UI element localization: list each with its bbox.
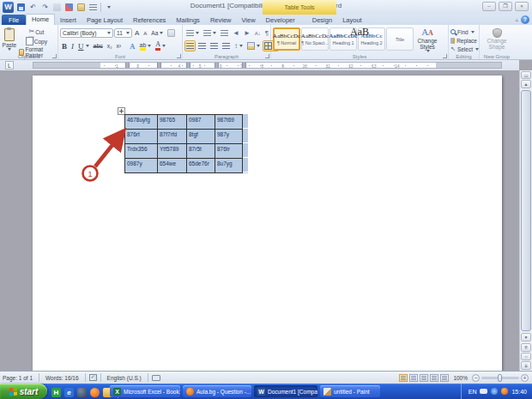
change-styles-button[interactable]: AA Change Styles <box>414 26 440 52</box>
multilevel-list-button[interactable] <box>219 27 230 39</box>
text-effects-button[interactable]: A <box>128 40 137 51</box>
table-cell[interactable]: 0987y <box>125 159 158 173</box>
tab-review[interactable]: Review <box>205 15 237 25</box>
draft-view-button[interactable] <box>440 374 449 382</box>
tab-view[interactable]: View <box>236 15 260 25</box>
show-hide-pilcrow-button[interactable]: ¶ <box>263 27 270 39</box>
firefox-tray-icon[interactable] <box>501 388 508 395</box>
clear-formatting-button[interactable] <box>166 27 177 39</box>
line-spacing-button[interactable]: ↕ <box>233 40 245 51</box>
next-page-button[interactable]: ⇊ <box>521 361 531 370</box>
redo-button[interactable]: ↷ <box>40 3 50 12</box>
italic-button[interactable]: I <box>70 40 76 51</box>
table-cell[interactable]: 87r5t <box>187 144 215 159</box>
help-icon[interactable]: ? <box>521 15 529 24</box>
align-right-button[interactable] <box>209 40 220 51</box>
find-button[interactable]: Find <box>450 27 477 36</box>
zoom-slider[interactable] <box>481 377 519 379</box>
undo-button[interactable]: ↶ <box>28 3 38 12</box>
outline-view-button[interactable] <box>430 374 438 382</box>
start-button[interactable]: start <box>0 384 47 399</box>
underline-button[interactable]: U <box>76 40 91 51</box>
qat-custom-icon-2[interactable] <box>64 3 74 12</box>
zoom-level[interactable]: 100% <box>450 375 470 381</box>
taskbar-button-browser[interactable]: Aula.bg - Question -... <box>183 385 251 397</box>
print-layout-view-button[interactable] <box>399 374 408 382</box>
style-heading-1[interactable]: AaBbCcDc Heading 1 <box>329 27 357 51</box>
firefox-icon[interactable] <box>90 388 100 397</box>
clipboard-dialog-launcher-icon[interactable] <box>52 54 57 58</box>
font-family-combo[interactable]: Calibri (Body) <box>60 28 113 38</box>
sort-button[interactable]: A↓ <box>253 27 263 39</box>
increase-indent-button[interactable]: ► <box>242 27 252 39</box>
change-shape-button[interactable]: Change Shape <box>481 27 512 50</box>
table-column-marker[interactable] <box>157 63 161 68</box>
tab-home[interactable]: Home <box>26 14 55 25</box>
browse-object-button[interactable]: ○ <box>521 353 531 360</box>
paragraph-dialog-launcher-icon[interactable] <box>265 54 269 58</box>
table-cell[interactable]: 98765 <box>158 115 187 130</box>
fullscreen-reading-view-button[interactable] <box>409 374 418 382</box>
collapse-ribbon-icon[interactable]: ▵ <box>515 16 518 23</box>
zoom-in-button[interactable]: + <box>521 374 529 382</box>
shading-button[interactable] <box>245 40 262 51</box>
style-no-spacing[interactable]: AaBbCcDc ¶ No Spaci... <box>301 27 329 51</box>
globe-icon[interactable] <box>77 388 87 397</box>
taskbar-button-paint[interactable]: untitled - Paint <box>320 385 380 397</box>
table-cell[interactable]: 876tr <box>215 144 243 159</box>
align-left-button[interactable] <box>184 40 196 51</box>
table-cell[interactable]: 987t69 <box>215 115 243 130</box>
page-indicator[interactable]: Page: 1 of 1 <box>0 375 35 381</box>
minimize-button[interactable]: – <box>482 2 496 11</box>
tab-page-layout[interactable]: Page Layout <box>82 15 128 25</box>
align-center-button[interactable] <box>196 40 208 51</box>
tab-design[interactable]: Design <box>307 15 337 25</box>
table-cell[interactable]: 654we <box>158 159 187 173</box>
tab-references[interactable]: References <box>128 15 171 25</box>
scrollbar-thumb[interactable] <box>521 90 531 331</box>
scroll-down-icon[interactable]: ▼ <box>521 333 531 342</box>
spellcheck-icon[interactable] <box>89 374 97 381</box>
table-column-marker[interactable] <box>186 63 190 68</box>
strikethrough-button[interactable]: abc <box>92 40 105 51</box>
word-count[interactable]: Words: 16/16 <box>43 375 82 381</box>
messenger-tray-icon[interactable] <box>491 388 498 395</box>
style-title[interactable]: AaB Title <box>386 27 414 51</box>
styles-dialog-launcher-icon[interactable] <box>443 54 447 58</box>
numbering-button[interactable] <box>202 27 218 39</box>
taskbar-button-excel[interactable]: X Microsoft Excel - Book1 <box>110 385 180 397</box>
language-indicator[interactable]: English (U.S.) <box>105 375 144 381</box>
tab-insert[interactable]: Insert <box>55 15 82 25</box>
table-column-marker[interactable] <box>215 63 219 68</box>
zoom-out-button[interactable]: − <box>472 374 480 382</box>
font-dialog-launcher-icon[interactable] <box>177 54 181 58</box>
subscript-button[interactable]: x₂ <box>106 40 114 51</box>
table-cell[interactable]: 4678uyfg <box>125 115 158 130</box>
document-page[interactable]: 4678uyfg 98765 0987 987t69 876rt 87f7rfd… <box>33 76 502 371</box>
font-size-combo[interactable]: 11 <box>114 28 132 38</box>
table-cell[interactable]: 0987 <box>187 115 215 130</box>
qat-dropdown-button[interactable] <box>104 3 113 12</box>
table-cell[interactable]: Trdx356 <box>125 144 158 159</box>
select-button[interactable]: ↖Select <box>450 45 477 53</box>
language-tray-indicator[interactable]: EN <box>469 389 477 395</box>
bullets-button[interactable] <box>184 27 201 39</box>
restore-button[interactable]: ❐ <box>499 2 512 11</box>
qat-custom-icon-3[interactable] <box>76 3 86 12</box>
table-cell[interactable]: 8u7yg <box>215 159 243 173</box>
ruler-toggle-button[interactable]: ▭ <box>521 71 531 79</box>
internet-explorer-icon[interactable]: e <box>64 388 74 397</box>
clock[interactable]: 15:40 <box>511 389 527 395</box>
save-button[interactable] <box>16 3 26 12</box>
table-cell[interactable]: 65de76r <box>187 159 215 173</box>
qat-list-icon[interactable] <box>88 3 98 12</box>
table-cell[interactable]: 8tgf <box>187 130 215 144</box>
zoom-slider-thumb[interactable] <box>498 374 502 382</box>
font-color-button[interactable]: A <box>154 40 167 51</box>
tab-file[interactable]: File <box>2 15 26 25</box>
table-cell[interactable]: 87f7rfd <box>158 130 187 144</box>
close-button[interactable]: × <box>515 2 529 11</box>
keyboard-tray-icon[interactable] <box>480 389 487 394</box>
web-layout-view-button[interactable] <box>420 374 428 382</box>
vertical-scrollbar[interactable]: ▭ ▲ ▼ ⇈ ○ ⇊ <box>519 70 532 371</box>
